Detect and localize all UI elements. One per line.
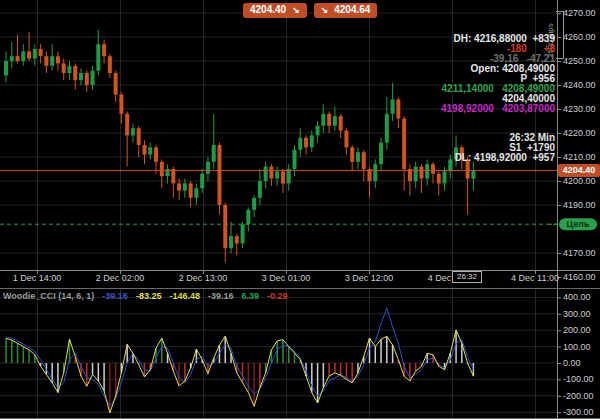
candle-body: [235, 236, 239, 243]
indicator-value: -146.48: [169, 291, 200, 301]
candle-body: [154, 147, 158, 161]
candle-body: [119, 95, 123, 114]
candle-body: [27, 51, 31, 58]
histogram-bar: [334, 363, 336, 373]
candle-body: [471, 170, 475, 178]
price-tick-label: 4190.00: [563, 200, 596, 210]
indicator-tick-label: -100.00: [563, 374, 594, 384]
candle-body: [73, 66, 77, 80]
histogram-bar: [92, 363, 94, 374]
candle-body: [339, 116, 343, 130]
histogram-bar: [323, 363, 325, 388]
candle-body: [350, 147, 354, 161]
histogram-bar: [294, 353, 296, 363]
candle-body: [304, 138, 308, 148]
histogram-bar: [311, 363, 313, 393]
bid-price-badge[interactable]: 4204.40 ↘: [243, 3, 307, 18]
candle-body: [379, 143, 383, 165]
candle-body: [402, 119, 406, 169]
candle-body: [200, 174, 204, 188]
time-tick-label: 2 Dec 02:00: [96, 273, 145, 283]
histogram-bar: [103, 363, 105, 391]
indicator-grid: [0, 288, 557, 419]
histogram-bar: [17, 343, 19, 363]
candle-body: [131, 128, 135, 135]
candle-body: [206, 162, 210, 174]
candle-body: [356, 152, 360, 162]
candle-body: [252, 198, 256, 210]
indicator-tick-label: 0.00: [563, 358, 581, 368]
candle-body: [10, 56, 14, 61]
indicator-value: 6.39: [241, 291, 259, 301]
candle-body: [142, 145, 146, 155]
info-line: 4198,92000 4203,87000: [441, 104, 555, 114]
target-price-badge[interactable]: Цель: [549, 218, 597, 230]
candle-body: [62, 63, 66, 73]
down-right-arrow-icon: ↘: [321, 4, 329, 16]
histogram-bar: [242, 363, 244, 383]
candle-body: [419, 167, 423, 179]
histogram-bar: [288, 347, 290, 363]
candle-body: [102, 44, 106, 56]
price-tick-label: 4200.00: [563, 176, 596, 186]
price-tick-label: 4260.00: [563, 32, 596, 42]
histogram-bar: [23, 347, 25, 363]
price-tick-label: 4250.00: [563, 56, 596, 66]
indicator-value: -83.25: [136, 291, 162, 301]
ask-price: 4204.64: [334, 4, 370, 16]
price-tick-label: 4270.00: [563, 8, 596, 18]
market-info-panel: DH: 4216,88000 +839-180 +8-39,16 -47,21O…: [441, 34, 555, 163]
target-label: Цель: [567, 219, 590, 229]
candle-body: [373, 164, 377, 181]
price-tick-label: 4170.00: [563, 248, 596, 258]
candle-body: [79, 73, 83, 80]
candle-body: [160, 162, 164, 176]
histogram-bar: [253, 363, 255, 406]
candle-body: [189, 183, 193, 197]
candle-body: [316, 126, 320, 136]
candle-body: [241, 224, 245, 243]
indicator-tick-label: -300.00: [563, 407, 594, 417]
candle-body: [96, 44, 100, 70]
histogram-bar: [225, 336, 227, 363]
candle-body: [67, 66, 71, 73]
candlestick-layer: [4, 30, 475, 263]
histogram-bar: [282, 340, 284, 363]
candle-body: [16, 56, 20, 61]
indicator-tick-label: -200.00: [563, 391, 594, 401]
candle-body: [148, 147, 152, 154]
candle-body: [108, 56, 112, 73]
candle-body: [293, 150, 297, 169]
candle-body: [125, 114, 129, 136]
histogram-bar: [455, 330, 457, 363]
indicator-tick-label: 300.00: [563, 309, 591, 319]
cci-indicator-panel[interactable]: 400.00300.00200.00100.000.00-100.00-200.…: [0, 288, 600, 419]
histogram-bar: [115, 363, 117, 396]
candle-body: [298, 138, 302, 150]
indicator-value: -39.16: [208, 291, 234, 301]
histogram-bar: [328, 363, 330, 376]
histogram-bar: [380, 339, 382, 363]
indicator-value: -39.16: [102, 291, 128, 301]
price-axis-labels: 4270.004260.004250.004240.004230.004220.…: [557, 8, 596, 282]
info-line: DL: 4198,92000 +957: [441, 153, 555, 163]
candle-body: [85, 73, 89, 85]
histogram-bar: [178, 363, 180, 386]
price-tick-label: 4210.00: [563, 152, 596, 162]
indicator-tick-label: 200.00: [563, 325, 591, 335]
candle-body: [264, 167, 268, 181]
indicator-name: Woodie_CCI (14, 6, 1): [3, 291, 94, 301]
candle-body: [194, 188, 198, 198]
down-right-arrow-icon: ↘: [292, 4, 300, 16]
candle-body: [431, 164, 435, 174]
ask-price-badge[interactable]: ↘ 4204.64: [314, 3, 378, 18]
time-tick-label: 1 Dec 14:00: [13, 273, 62, 283]
trading-chart-window: 4270.004260.004250.004240.004230.004220.…: [0, 0, 600, 419]
indicator-axis-labels: 400.00300.00200.00100.000.00-100.00-200.…: [557, 292, 594, 417]
candle-body: [327, 114, 331, 126]
candle-body: [137, 128, 141, 145]
current-price-badge: 4204.40: [558, 164, 600, 177]
candle-countdown-tooltip: 26:32: [452, 271, 482, 283]
histogram-bar: [340, 363, 342, 375]
time-tick-label: 4 Dec 11:00: [511, 273, 559, 283]
